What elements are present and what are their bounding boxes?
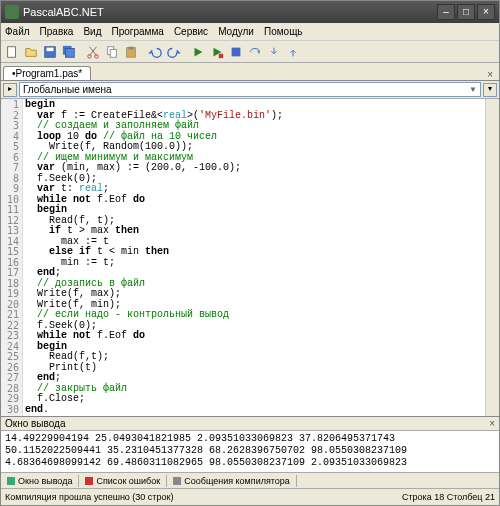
run-debug-button[interactable] xyxy=(208,43,226,61)
svg-rect-0 xyxy=(8,46,16,57)
app-icon xyxy=(5,5,19,19)
menubar: ФайлПравкаВидПрограммаСервисМодулиПомощь xyxy=(1,23,499,41)
scope-dropdown[interactable]: Глобальные имена ▼ xyxy=(19,82,481,97)
close-button[interactable]: × xyxy=(477,4,495,20)
titlebar: PascalABC.NET – □ × xyxy=(1,1,499,23)
svg-rect-2 xyxy=(47,47,54,51)
output-panel-title: Окно вывода × xyxy=(1,417,499,431)
line-gutter: 1234567891011121314151617181920212223242… xyxy=(1,99,23,416)
nav-arrow-icon[interactable]: ▸ xyxy=(3,83,17,97)
bottom-tab[interactable]: Окно вывода xyxy=(1,475,79,487)
chevron-down-icon: ▼ xyxy=(469,85,477,94)
paste-button[interactable] xyxy=(122,43,140,61)
svg-rect-12 xyxy=(232,47,241,56)
minimize-button[interactable]: – xyxy=(437,4,455,20)
output-title-label: Окно вывода xyxy=(5,418,65,429)
bottom-tabs: Окно выводаСписок ошибокСообщения компил… xyxy=(1,473,499,489)
statusbar: Компиляция прошла успешно (30 строк) Стр… xyxy=(1,489,499,505)
output-panel[interactable]: 14.49229904194 25.0493041821985 2.093510… xyxy=(1,431,499,473)
step-over-button[interactable] xyxy=(246,43,264,61)
status-compile: Компиляция прошла успешно (30 строк) xyxy=(5,492,173,502)
code-editor[interactable]: 1234567891011121314151617181920212223242… xyxy=(1,99,499,417)
code-area[interactable]: begin var f := CreateFile&<real>('MyFile… xyxy=(23,99,485,416)
menu-item[interactable]: Сервис xyxy=(174,26,208,37)
menu-item[interactable]: Модули xyxy=(218,26,254,37)
menu-item[interactable]: Файл xyxy=(5,26,30,37)
run-button[interactable] xyxy=(189,43,207,61)
svg-rect-4 xyxy=(66,48,75,57)
document-tabs: •Program1.pas* × xyxy=(1,63,499,81)
stop-button[interactable] xyxy=(227,43,245,61)
tab-close-button[interactable]: × xyxy=(483,69,497,80)
output-close-button[interactable]: × xyxy=(489,418,495,429)
tab-icon xyxy=(7,477,15,485)
save-all-button[interactable] xyxy=(60,43,78,61)
cut-button[interactable] xyxy=(84,43,102,61)
tab-icon xyxy=(85,477,93,485)
scope-dropdown-label: Глобальные имена xyxy=(23,84,112,95)
bottom-tab[interactable]: Список ошибок xyxy=(79,475,167,487)
app-title: PascalABC.NET xyxy=(23,6,104,18)
nav-arrow2-icon[interactable]: ▾ xyxy=(483,83,497,97)
tab-icon xyxy=(173,477,181,485)
redo-button[interactable] xyxy=(165,43,183,61)
undo-button[interactable] xyxy=(146,43,164,61)
menu-item[interactable]: Программа xyxy=(111,26,163,37)
svg-rect-8 xyxy=(110,49,116,57)
new-file-button[interactable] xyxy=(3,43,21,61)
menu-item[interactable]: Правка xyxy=(40,26,74,37)
open-file-button[interactable] xyxy=(22,43,40,61)
tab-program1[interactable]: •Program1.pas* xyxy=(3,66,91,80)
save-button[interactable] xyxy=(41,43,59,61)
step-out-button[interactable] xyxy=(284,43,302,61)
menu-item[interactable]: Помощь xyxy=(264,26,303,37)
nav-row: ▸ Глобальные имена ▼ ▾ xyxy=(1,81,499,99)
copy-button[interactable] xyxy=(103,43,121,61)
menu-item[interactable]: Вид xyxy=(83,26,101,37)
step-into-button[interactable] xyxy=(265,43,283,61)
bottom-tab[interactable]: Сообщения компилятора xyxy=(167,475,297,487)
maximize-button[interactable]: □ xyxy=(457,4,475,20)
svg-rect-10 xyxy=(128,46,133,49)
svg-rect-11 xyxy=(219,53,223,57)
vertical-scrollbar[interactable] xyxy=(485,99,499,416)
toolbar xyxy=(1,41,499,63)
status-cursor: Строка 18 Столбец 21 xyxy=(402,492,495,502)
